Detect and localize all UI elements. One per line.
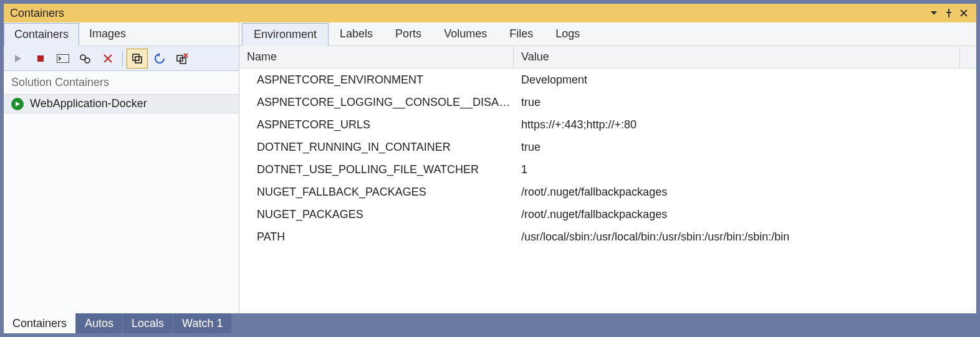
env-value: /root/.nuget/fallbackpackages	[514, 186, 976, 199]
table-row[interactable]: PATH/usr/local/sbin:/usr/local/bin:/usr/…	[239, 225, 976, 248]
table-row[interactable]: NUGET_PACKAGES/root/.nuget/fallbackpacka…	[239, 203, 976, 225]
tab-label: Containers	[14, 28, 69, 41]
bottom-tab-locals[interactable]: Locals	[123, 313, 173, 333]
toolbar-separator	[122, 50, 123, 67]
tab-label: Ports	[395, 27, 421, 40]
env-name: DOTNET_USE_POLLING_FILE_WATCHER	[239, 163, 514, 176]
bottom-tab-autos[interactable]: Autos	[76, 313, 122, 333]
svg-marker-6	[15, 55, 21, 62]
tab-images[interactable]: Images	[79, 22, 136, 45]
left-tabs: Containers Images	[4, 22, 239, 46]
env-value: true	[514, 141, 976, 154]
table-row[interactable]: ASPNETCORE_URLShttps://+:443;http://+:80	[239, 113, 976, 136]
bottom-tab-watch1[interactable]: Watch 1	[173, 313, 231, 333]
bottom-tab-label: Autos	[85, 317, 113, 330]
svg-rect-1	[948, 9, 949, 14]
settings-button[interactable]	[75, 49, 96, 69]
container-row[interactable]: WebApplication-Docker	[4, 94, 239, 113]
env-name: ASPNETCORE_LOGGING__CONSOLE__DISA…	[239, 96, 514, 109]
running-icon	[11, 98, 24, 110]
tab-label: Labels	[340, 27, 373, 40]
env-name: PATH	[239, 230, 514, 244]
refresh-button[interactable]	[149, 49, 170, 69]
pin-icon[interactable]	[943, 9, 955, 17]
grid-body[interactable]: ASPNETCORE_ENVIRONMENTDevelopment ASPNET…	[239, 69, 976, 313]
tab-ports[interactable]: Ports	[384, 22, 433, 45]
toolbar	[4, 46, 239, 71]
window-menu-icon[interactable]	[928, 11, 940, 15]
bottom-tab-label: Watch 1	[182, 317, 223, 330]
tab-label: Files	[509, 27, 533, 40]
svg-rect-13	[133, 54, 139, 60]
env-name: NUGET_FALLBACK_PACKAGES	[239, 186, 514, 199]
tab-label: Volumes	[444, 27, 487, 40]
svg-marker-15	[157, 53, 160, 57]
tab-environment[interactable]: Environment	[242, 23, 329, 46]
env-name: ASPNETCORE_URLS	[239, 118, 514, 131]
svg-rect-3	[948, 14, 949, 17]
env-value: true	[514, 96, 976, 109]
tab-labels[interactable]: Labels	[329, 22, 384, 45]
close-icon[interactable]	[958, 9, 970, 17]
env-value: /usr/local/sbin:/usr/local/bin:/usr/sbin…	[514, 230, 976, 244]
column-value-header[interactable]: Value	[514, 46, 960, 68]
column-label: Name	[247, 50, 277, 64]
tab-containers[interactable]: Containers	[4, 23, 79, 46]
table-row[interactable]: NUGET_FALLBACK_PACKAGES/root/.nuget/fall…	[239, 181, 976, 203]
right-tabs: Environment Labels Ports Volumes Files L…	[239, 22, 976, 46]
table-row[interactable]: ASPNETCORE_ENVIRONMENTDevelopment	[239, 69, 976, 91]
svg-point-10	[85, 58, 90, 63]
tab-files[interactable]: Files	[498, 22, 544, 45]
bottom-tab-label: Containers	[12, 317, 67, 330]
container-name: WebApplication-Docker	[30, 97, 147, 110]
copy-button[interactable]	[127, 49, 148, 69]
play-button[interactable]	[7, 49, 29, 69]
table-row[interactable]: ASPNETCORE_LOGGING__CONSOLE__DISA…true	[239, 91, 976, 113]
bottom-tab-containers[interactable]: Containers	[4, 313, 75, 333]
env-value: https://+:443;http://+:80	[514, 118, 976, 131]
column-label: Value	[521, 50, 549, 64]
left-fill	[4, 113, 239, 313]
left-panel: Containers Images	[4, 22, 239, 313]
bottom-tabs: Containers Autos Locals Watch 1	[4, 313, 976, 333]
env-name: ASPNETCORE_ENVIRONMENT	[239, 74, 514, 87]
tab-label: Logs	[555, 27, 580, 40]
tab-volumes[interactable]: Volumes	[433, 22, 498, 45]
tab-label: Environment	[254, 28, 317, 41]
delete-button[interactable]	[97, 49, 118, 69]
column-name-header[interactable]: Name	[239, 46, 514, 68]
tab-label: Images	[89, 27, 126, 40]
stop-button[interactable]	[30, 49, 51, 69]
terminal-button[interactable]	[52, 49, 74, 69]
svg-marker-20	[16, 102, 20, 107]
grid-header: Name Value	[239, 46, 976, 69]
title-bar: Containers	[4, 4, 976, 22]
table-row[interactable]: DOTNET_USE_POLLING_FILE_WATCHER1	[239, 158, 976, 181]
env-value: Development	[514, 74, 976, 87]
svg-rect-14	[135, 57, 142, 63]
table-row[interactable]: DOTNET_RUNNING_IN_CONTAINERtrue	[239, 136, 976, 158]
right-panel: Environment Labels Ports Volumes Files L…	[239, 22, 976, 313]
main-area: Containers Images	[4, 22, 976, 313]
svg-rect-2	[946, 12, 951, 13]
svg-rect-8	[57, 54, 69, 63]
group-header: Solution Containers	[4, 71, 239, 94]
tab-logs[interactable]: Logs	[544, 22, 591, 45]
group-header-label: Solution Containers	[11, 76, 109, 88]
window-title: Containers	[10, 7, 64, 20]
env-name: NUGET_PACKAGES	[239, 208, 514, 221]
env-name: DOTNET_RUNNING_IN_CONTAINER	[239, 141, 514, 154]
env-value: /root/.nuget/fallbackpackages	[514, 208, 976, 221]
svg-marker-0	[931, 11, 937, 15]
prune-button[interactable]	[171, 49, 193, 69]
bottom-tab-label: Locals	[132, 317, 164, 330]
env-value: 1	[514, 163, 976, 176]
svg-rect-7	[37, 55, 44, 62]
